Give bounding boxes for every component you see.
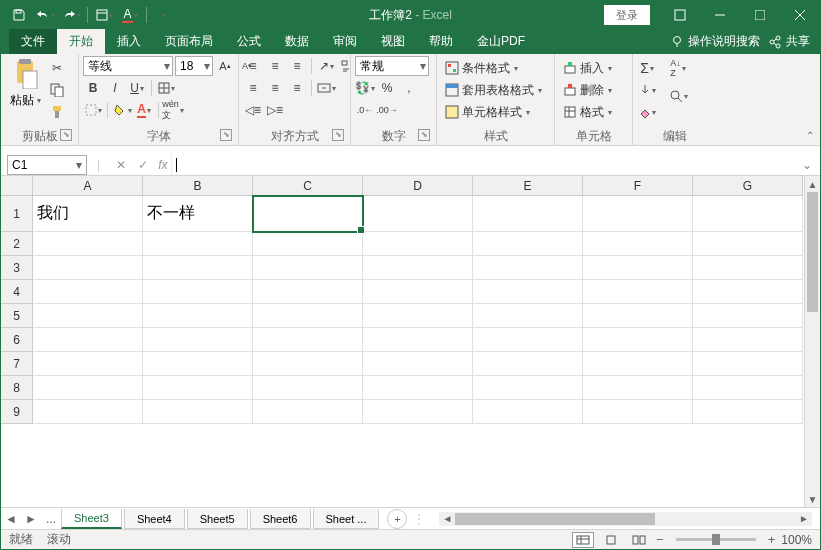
scroll-down-icon[interactable]: ▼ (805, 491, 820, 507)
cell-E9[interactable] (473, 400, 583, 424)
copy-icon[interactable] (47, 80, 67, 100)
cell-C4[interactable] (253, 280, 363, 304)
clipboard-launcher[interactable]: ⬊ (60, 129, 72, 141)
expand-formula-icon[interactable]: ⌄ (794, 158, 820, 172)
undo-icon[interactable]: ▾ (33, 4, 57, 26)
cell-G2[interactable] (693, 232, 803, 256)
paste-button[interactable]: 粘贴▾ (5, 56, 45, 111)
decrease-indent-icon[interactable]: ◁≡ (243, 100, 263, 120)
align-top-icon[interactable]: ≡ (243, 56, 263, 76)
tab-layout[interactable]: 页面布局 (153, 29, 225, 54)
zoom-level[interactable]: 100% (781, 533, 812, 547)
font-color-icon[interactable]: A▾ (118, 4, 142, 26)
cell-A9[interactable] (33, 400, 143, 424)
sheet-tab-Sheet3[interactable]: Sheet3 (61, 509, 122, 529)
tab-help[interactable]: 帮助 (417, 29, 465, 54)
find-select-icon[interactable]: ▾ (663, 86, 693, 106)
cell-D3[interactable] (363, 256, 473, 280)
formula-input[interactable] (171, 154, 794, 175)
zoom-in-button[interactable]: + (768, 532, 776, 547)
col-header-G[interactable]: G (693, 176, 803, 196)
grow-font-icon[interactable]: A▴ (215, 56, 235, 76)
sheet-tab-Sheet4[interactable]: Sheet4 (124, 509, 185, 529)
row-header-8[interactable]: 8 (1, 376, 33, 400)
cell-E7[interactable] (473, 352, 583, 376)
cell-C9[interactable] (253, 400, 363, 424)
align-center-icon[interactable]: ≡ (265, 78, 285, 98)
cell-D2[interactable] (363, 232, 473, 256)
increase-indent-icon[interactable]: ▷≡ (265, 100, 285, 120)
cell-F9[interactable] (583, 400, 693, 424)
cell-F4[interactable] (583, 280, 693, 304)
spreadsheet-grid[interactable]: ABCDEFG1我们不一样23456789 (1, 176, 804, 507)
cell-C7[interactable] (253, 352, 363, 376)
col-header-A[interactable]: A (33, 176, 143, 196)
merge-icon[interactable]: ▾ (316, 78, 336, 98)
col-header-C[interactable]: C (253, 176, 363, 196)
cell-E4[interactable] (473, 280, 583, 304)
delete-cells-button[interactable]: 删除▾ (559, 80, 616, 100)
cell-D8[interactable] (363, 376, 473, 400)
number-format-combo[interactable]: 常规▾ (355, 56, 429, 76)
conditional-format-button[interactable]: 条件格式▾ (441, 58, 522, 78)
cell-B5[interactable] (143, 304, 253, 328)
sheet-tab-Sheet ...[interactable]: Sheet ... (313, 509, 380, 529)
row-header-9[interactable]: 9 (1, 400, 33, 424)
cell-G1[interactable] (693, 196, 803, 232)
col-header-D[interactable]: D (363, 176, 473, 196)
cell-E8[interactable] (473, 376, 583, 400)
sheet-nav-more-icon[interactable]: ... (41, 512, 61, 526)
align-launcher[interactable]: ⬊ (332, 129, 344, 141)
row-header-5[interactable]: 5 (1, 304, 33, 328)
sort-filter-icon[interactable]: A↓Z▾ (663, 58, 693, 78)
cell-D6[interactable] (363, 328, 473, 352)
cell-D9[interactable] (363, 400, 473, 424)
fx-icon[interactable]: fx (158, 158, 167, 172)
scroll-up-icon[interactable]: ▲ (805, 176, 820, 192)
tab-insert[interactable]: 插入 (105, 29, 153, 54)
cell-C8[interactable] (253, 376, 363, 400)
font-launcher[interactable]: ⬊ (220, 129, 232, 141)
sheet-tab-Sheet6[interactable]: Sheet6 (250, 509, 311, 529)
save-icon[interactable] (7, 4, 31, 26)
cut-icon[interactable]: ✂ (47, 58, 67, 78)
cell-A2[interactable] (33, 232, 143, 256)
tab-file[interactable]: 文件 (9, 29, 57, 54)
border-icon[interactable]: ▾ (156, 78, 176, 98)
cell-A3[interactable] (33, 256, 143, 280)
format-cells-button[interactable]: 格式▾ (559, 102, 616, 122)
currency-icon[interactable]: 💱▾ (355, 78, 375, 98)
tab-data[interactable]: 数据 (273, 29, 321, 54)
cell-C5[interactable] (253, 304, 363, 328)
clear-icon[interactable]: ▾ (637, 102, 657, 122)
h-scroll-thumb[interactable] (455, 513, 655, 525)
cell-A5[interactable] (33, 304, 143, 328)
scroll-right-icon[interactable]: ► (796, 511, 812, 527)
horizontal-scrollbar[interactable]: ◄ ► (439, 512, 812, 526)
cell-F1[interactable] (583, 196, 693, 232)
cell-D7[interactable] (363, 352, 473, 376)
decrease-decimal-icon[interactable]: .00→ (377, 100, 397, 120)
cell-G7[interactable] (693, 352, 803, 376)
cell-C3[interactable] (253, 256, 363, 280)
cell-E3[interactable] (473, 256, 583, 280)
cell-F5[interactable] (583, 304, 693, 328)
table-format-button[interactable]: 套用表格格式▾ (441, 80, 546, 100)
cell-G9[interactable] (693, 400, 803, 424)
form-icon[interactable]: ▾ (92, 4, 116, 26)
close-icon[interactable] (780, 1, 820, 29)
add-sheet-button[interactable]: + (387, 509, 407, 529)
scroll-left-icon[interactable]: ◄ (439, 511, 455, 527)
fill-icon[interactable]: ▾ (637, 80, 657, 100)
share-button[interactable]: 共享 (768, 33, 810, 50)
vertical-scrollbar[interactable]: ▲ ▼ (804, 176, 820, 507)
cell-A7[interactable] (33, 352, 143, 376)
format-painter-icon[interactable] (47, 102, 67, 122)
ribbon-options-icon[interactable] (660, 1, 700, 29)
orientation-icon[interactable]: ↗▾ (316, 56, 336, 76)
comma-icon[interactable]: , (399, 78, 419, 98)
cell-C2[interactable] (253, 232, 363, 256)
cell-B6[interactable] (143, 328, 253, 352)
col-header-F[interactable]: F (583, 176, 693, 196)
cell-B2[interactable] (143, 232, 253, 256)
